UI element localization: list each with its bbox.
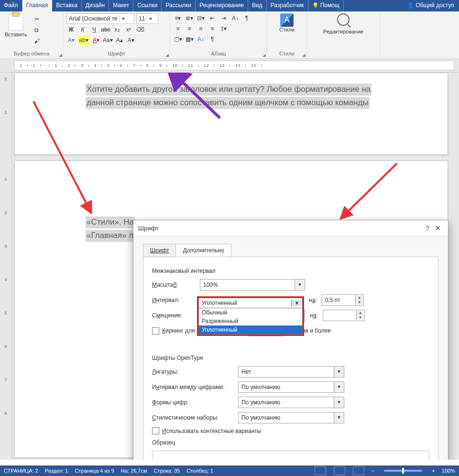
view-web-button[interactable]: [353, 466, 364, 475]
zoom-in-button[interactable]: +: [432, 468, 435, 474]
doc-line-4[interactable]: «Главная» л: [86, 230, 134, 242]
view-print-button[interactable]: [334, 466, 345, 475]
dialog-page-advanced: Межзнаковый интервал Масштаб: 100%▾ Инте…: [143, 257, 438, 460]
font-size-value: 11: [137, 15, 147, 22]
cut-button[interactable]: ✂: [32, 14, 42, 24]
doc-line-1[interactable]: Хотите добавить другой заголовок или цит…: [86, 84, 372, 96]
bullets-button[interactable]: ≡▾: [173, 13, 183, 23]
tab-font-page[interactable]: Шрифт: [143, 244, 176, 257]
numbering-button[interactable]: ≣▾: [185, 13, 194, 23]
tab-view[interactable]: Вид: [248, 0, 267, 11]
tab-file[interactable]: Файл: [0, 0, 22, 11]
line-spacing-button[interactable]: ‡▾: [219, 24, 229, 33]
search-icon[interactable]: [337, 13, 350, 26]
status-section[interactable]: Раздел: 1: [45, 468, 68, 474]
tab-home[interactable]: Главная: [22, 0, 53, 11]
ligatures-combo[interactable]: Нет▾: [238, 366, 344, 378]
copy-button[interactable]: ⧉: [32, 25, 42, 35]
borders-button[interactable]: ▦▾: [185, 34, 194, 44]
paste-button[interactable]: Вставить: [3, 13, 29, 46]
share-button[interactable]: 👤 Общий доступ: [402, 0, 459, 11]
sort-az-button[interactable]: A↕: [196, 34, 206, 44]
change-case-button[interactable]: Aa▾: [103, 35, 113, 45]
format-painter-button[interactable]: 🖌: [32, 36, 42, 46]
align-center-button[interactable]: ≡: [185, 24, 194, 33]
numforms-combo[interactable]: По умолчанию▾: [238, 397, 344, 408]
interval-combo[interactable]: Уплотненный ▾: [198, 298, 303, 308]
tab-developer[interactable]: Разработчик: [267, 0, 308, 11]
underline-button[interactable]: Ч: [89, 25, 99, 34]
status-page-of[interactable]: Страница 4 из 9: [75, 468, 114, 474]
tab-review[interactable]: Рецензирование: [196, 0, 248, 11]
styles-dialog-launcher[interactable]: ◢: [302, 53, 306, 57]
font-dialog: Шрифт ? ✕ Шрифт Дополнительно Межзнаковы…: [133, 220, 448, 460]
doc-line-3[interactable]: «Стили». На: [86, 216, 135, 228]
font-name-combo[interactable]: Arial (Основной те▾: [66, 13, 134, 24]
status-at[interactable]: На: 26,7см: [121, 468, 147, 474]
close-icon[interactable]: ✕: [433, 224, 443, 232]
checkbox-icon: [152, 427, 159, 434]
paragraph-dialog-launcher[interactable]: ◢: [262, 53, 266, 57]
interval-option-condensed[interactable]: Уплотненный: [199, 325, 302, 334]
strikethrough-button[interactable]: abc: [101, 25, 110, 34]
zoom-value[interactable]: 100%: [442, 468, 455, 474]
status-page[interactable]: СТРАНИЦА: 2: [4, 468, 38, 474]
context-checkbox[interactable]: Использовать контекстные варианты: [152, 427, 261, 434]
zoom-out-button[interactable]: −: [372, 468, 374, 474]
tab-layout[interactable]: Макет: [109, 0, 133, 11]
highlight-button[interactable]: ab▾: [78, 35, 89, 45]
view-read-button[interactable]: [315, 466, 326, 475]
shading-button[interactable]: ▢▾: [173, 34, 183, 44]
status-line[interactable]: Строка: 35: [154, 468, 180, 474]
align-right-button[interactable]: ≡: [196, 24, 206, 33]
grow-font-button[interactable]: A▴: [115, 35, 124, 45]
help-icon[interactable]: ?: [422, 224, 433, 232]
spin-down-icon[interactable]: ▼: [357, 315, 364, 320]
spin-up-icon[interactable]: ▲: [357, 311, 364, 315]
position-by-spin[interactable]: ▲▼: [323, 310, 365, 321]
horizontal-ruler[interactable]: · 2 · ı · 1 · ı · · ı · 1 · ı · 2 · ı · …: [0, 59, 459, 73]
sort-button[interactable]: A↓: [230, 13, 240, 23]
zoom-slider[interactable]: [384, 470, 422, 472]
numspacing-combo[interactable]: По умолчанию▾: [238, 381, 344, 393]
tab-design[interactable]: Дизайн: [82, 0, 109, 11]
stylesets-combo[interactable]: По умолчанию▾: [238, 412, 344, 423]
indent-button[interactable]: ⇥: [219, 13, 229, 23]
tab-insert[interactable]: Вставка: [52, 0, 82, 11]
interval-by-spin[interactable]: 0,5 пт▲▼: [322, 294, 364, 306]
editing-button-label[interactable]: Редактирование: [323, 29, 363, 34]
clipboard-dialog-launcher[interactable]: ◢: [59, 53, 62, 57]
shrink-font-button[interactable]: A▾: [126, 35, 136, 45]
align-left-button[interactable]: ≡: [173, 24, 183, 33]
spin-up-icon[interactable]: ▲: [356, 295, 363, 300]
clear-format-button[interactable]: ⌫: [135, 25, 145, 34]
tab-mailings[interactable]: Рассылки: [162, 0, 196, 11]
show-marks-button[interactable]: ¶: [242, 13, 251, 23]
subscript-button[interactable]: x₂: [112, 25, 122, 34]
font-dialog-launcher[interactable]: ◢: [165, 53, 169, 57]
justify-button[interactable]: ≡: [208, 24, 217, 33]
pilcrow-button[interactable]: ¶: [208, 34, 217, 44]
superscript-button[interactable]: x²: [124, 25, 133, 34]
document-area: 21·12345678 Хотите добавить другой загол…: [0, 73, 459, 460]
status-col[interactable]: Столбец: 1: [186, 468, 213, 474]
interval-option-normal[interactable]: Обычный: [199, 308, 302, 317]
multilevel-button[interactable]: ⊟▾: [196, 13, 206, 23]
vertical-ruler[interactable]: 21·12345678: [0, 73, 12, 460]
font-color-button[interactable]: A▾: [91, 35, 101, 45]
group-clipboard: Вставить ✂ ⧉ 🖌 Буфер обмена ◢: [0, 11, 64, 58]
tab-references[interactable]: Ссылки: [133, 0, 162, 11]
interval-option-expanded[interactable]: Разреженный: [199, 317, 302, 325]
italic-button[interactable]: К: [78, 25, 87, 34]
scale-combo[interactable]: 100%▾: [200, 279, 305, 291]
font-size-combo[interactable]: 11▾: [136, 13, 158, 24]
bold-button[interactable]: Ж: [66, 25, 76, 34]
ligatures-label: Лигатуры:: [152, 368, 233, 375]
tab-advanced-page[interactable]: Дополнительно: [175, 244, 231, 257]
doc-line-2[interactable]: данной странице можно сопоставить одним …: [86, 97, 370, 109]
outdent-button[interactable]: ⇤: [208, 13, 217, 23]
text-effects-button[interactable]: A▾: [66, 35, 76, 45]
spin-down-icon[interactable]: ▼: [356, 300, 363, 305]
styles-icon[interactable]: A: [280, 13, 294, 27]
tab-help[interactable]: Помощ: [308, 0, 344, 11]
